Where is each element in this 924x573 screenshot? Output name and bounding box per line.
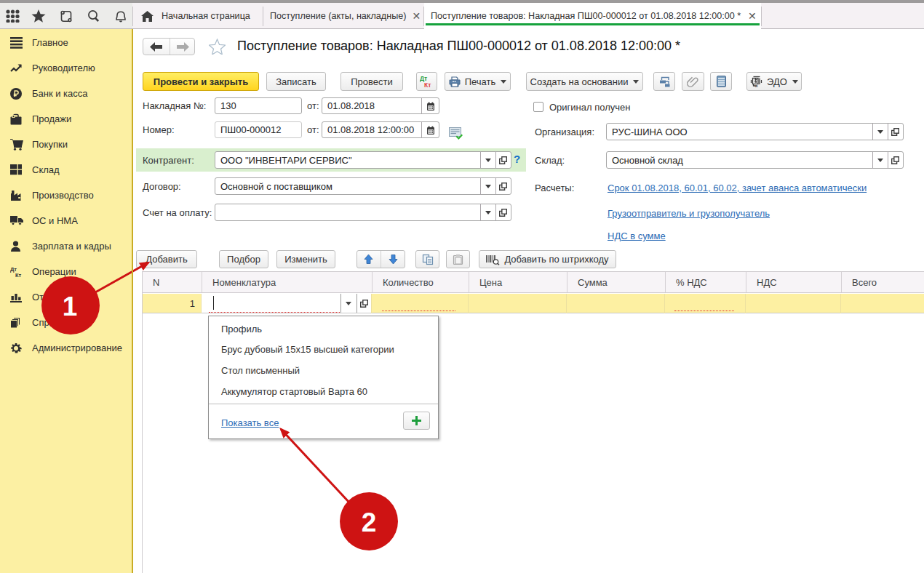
- svg-text:2: 2: [362, 508, 377, 537]
- svg-text:1: 1: [63, 292, 78, 321]
